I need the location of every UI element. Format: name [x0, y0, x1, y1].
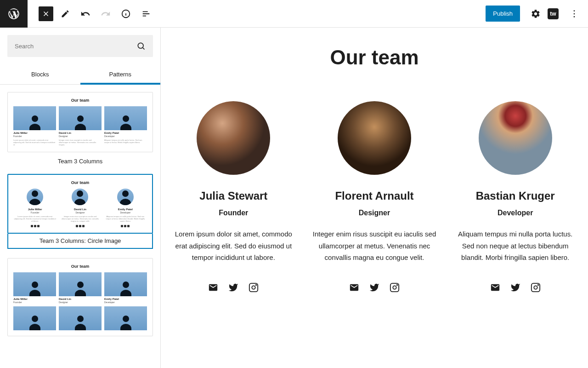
svg-point-10: [397, 284, 398, 285]
svg-point-9: [393, 286, 396, 289]
svg-point-6: [252, 286, 255, 289]
svg-point-13: [537, 284, 538, 285]
mail-icon[interactable]: [349, 282, 360, 293]
editor-topbar: Publish tw: [0, 0, 588, 28]
pattern-team-3-columns-circle[interactable]: Our team Julie MillerFounderLorem ipsum …: [7, 174, 153, 249]
pv-title: Our team: [13, 98, 147, 103]
list-view-button[interactable]: [138, 6, 154, 22]
editor-canvas[interactable]: Our team Julia Stewart Founder Lorem ips…: [161, 28, 588, 368]
team-member[interactable]: Florent Arnault Designer Integer enim ri…: [311, 101, 438, 293]
settings-button[interactable]: [527, 6, 544, 22]
avatar[interactable]: [479, 101, 552, 175]
mail-icon[interactable]: [208, 282, 219, 293]
tab-blocks[interactable]: Blocks: [0, 64, 80, 84]
theme-badge[interactable]: tw: [548, 8, 559, 19]
twitter-icon[interactable]: [510, 282, 521, 293]
twitter-icon[interactable]: [369, 282, 380, 293]
instagram-icon[interactable]: [248, 282, 259, 293]
member-role[interactable]: Developer: [452, 209, 579, 217]
social-links: [170, 282, 297, 293]
pattern-team-6-columns[interactable]: Our team Julie MillerFounder David LinDe…: [7, 258, 153, 336]
team-grid: Julia Stewart Founder Lorem ipsum dolor …: [170, 101, 579, 293]
editor-body: Blocks Patterns Our team Julie MillerFou…: [0, 28, 588, 368]
redo-button: [97, 6, 114, 22]
publish-button[interactable]: Publish: [486, 6, 520, 22]
social-links: [311, 282, 438, 293]
instagram-icon[interactable]: [530, 282, 541, 293]
more-options-button[interactable]: [566, 6, 582, 22]
pv-title: Our team: [13, 264, 147, 269]
member-name[interactable]: Florent Arnault: [311, 190, 438, 202]
mail-icon[interactable]: [490, 282, 501, 293]
pattern-label: Team 3 Columns: Circle Image: [7, 234, 153, 249]
team-member[interactable]: Julia Stewart Founder Lorem ipsum dolor …: [170, 101, 297, 293]
member-name[interactable]: Bastian Kruger: [452, 190, 579, 202]
search-wrap: [0, 28, 160, 64]
twitter-icon[interactable]: [228, 282, 239, 293]
wordpress-logo[interactable]: [0, 0, 28, 28]
search-box[interactable]: [7, 35, 153, 57]
pattern-team-3-columns[interactable]: Our team Julie MillerFounderLorem ipsum …: [7, 92, 153, 165]
topbar-left: [0, 0, 154, 27]
tab-patterns[interactable]: Patterns: [80, 64, 161, 84]
svg-point-12: [534, 286, 537, 289]
info-button[interactable]: [118, 6, 134, 22]
member-bio[interactable]: Aliquam tempus mi nulla porta luctus. Se…: [452, 228, 579, 264]
avatar[interactable]: [338, 101, 411, 175]
member-bio[interactable]: Integer enim risus suscipit eu iaculis s…: [311, 228, 438, 264]
pattern-label: Team 3 Columns: [7, 158, 153, 165]
social-links: [452, 282, 579, 293]
member-role[interactable]: Founder: [170, 209, 297, 217]
undo-button[interactable]: [77, 6, 94, 22]
search-icon: [136, 41, 146, 51]
svg-point-4: [138, 43, 143, 48]
svg-point-3: [574, 16, 575, 17]
inserter-sidebar: Blocks Patterns Our team Julie MillerFou…: [0, 28, 161, 368]
search-input[interactable]: [15, 43, 136, 50]
topbar-right: Publish tw: [486, 6, 588, 22]
patterns-list[interactable]: Our team Julie MillerFounderLorem ipsum …: [0, 85, 160, 368]
svg-point-1: [574, 10, 575, 12]
avatar[interactable]: [197, 101, 270, 175]
page-title[interactable]: Our team: [170, 46, 579, 69]
close-inserter-button[interactable]: [39, 6, 53, 21]
svg-point-2: [574, 13, 575, 14]
member-bio[interactable]: Lorem ipsum dolor sit amet, commodo erat…: [170, 228, 297, 264]
member-name[interactable]: Julia Stewart: [170, 190, 297, 202]
edit-tool-button[interactable]: [57, 6, 74, 22]
pv-title: Our team: [14, 180, 147, 185]
svg-point-7: [256, 284, 257, 285]
member-role[interactable]: Designer: [311, 209, 438, 217]
instagram-icon[interactable]: [389, 282, 400, 293]
team-member[interactable]: Bastian Kruger Developer Aliquam tempus …: [452, 101, 579, 293]
inserter-tabs: Blocks Patterns: [0, 64, 160, 85]
